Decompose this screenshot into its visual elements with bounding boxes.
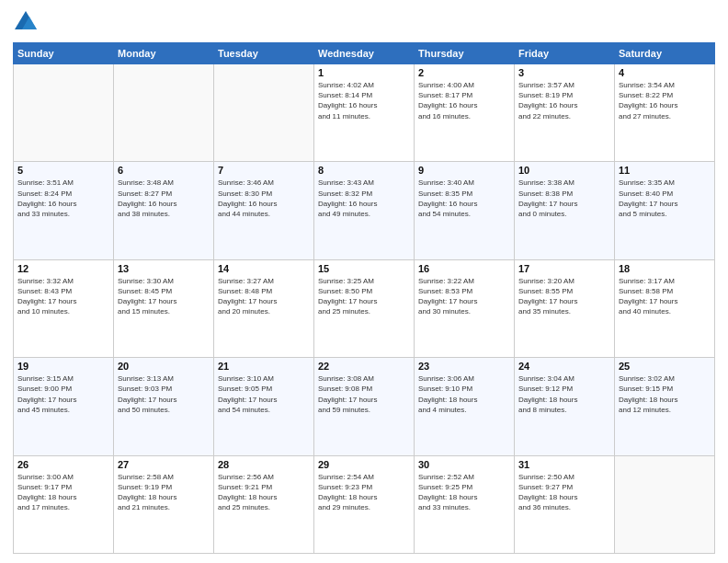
day-number: 28 xyxy=(218,459,310,470)
calendar-cell: 2Sunrise: 4:00 AM Sunset: 8:17 PM Daylig… xyxy=(415,64,515,162)
calendar-cell: 17Sunrise: 3:20 AM Sunset: 8:55 PM Dayli… xyxy=(515,259,615,357)
day-number: 1 xyxy=(318,67,410,78)
day-number: 18 xyxy=(619,263,711,274)
calendar-cell: 7Sunrise: 3:46 AM Sunset: 8:30 PM Daylig… xyxy=(214,162,314,259)
day-info: Sunrise: 3:02 AM Sunset: 9:15 PM Dayligh… xyxy=(619,373,711,415)
weekday-header-row: SundayMondayTuesdayWednesdayThursdayFrid… xyxy=(14,43,715,64)
weekday-friday: Friday xyxy=(515,43,615,64)
day-number: 25 xyxy=(619,361,711,372)
day-number: 13 xyxy=(118,263,210,274)
calendar-cell: 6Sunrise: 3:48 AM Sunset: 8:27 PM Daylig… xyxy=(114,162,214,259)
day-number: 4 xyxy=(619,67,711,78)
calendar-cell: 24Sunrise: 3:04 AM Sunset: 9:12 PM Dayli… xyxy=(515,358,615,455)
day-number: 19 xyxy=(17,361,109,372)
day-info: Sunrise: 4:02 AM Sunset: 8:14 PM Dayligh… xyxy=(318,80,410,121)
calendar-cell: 16Sunrise: 3:22 AM Sunset: 8:53 PM Dayli… xyxy=(415,259,515,357)
calendar-cell: 25Sunrise: 3:02 AM Sunset: 9:15 PM Dayli… xyxy=(615,358,715,455)
day-number: 21 xyxy=(218,361,310,372)
calendar-cell: 27Sunrise: 2:58 AM Sunset: 9:19 PM Dayli… xyxy=(114,455,214,553)
calendar-cell: 13Sunrise: 3:30 AM Sunset: 8:45 PM Dayli… xyxy=(114,259,214,357)
day-number: 27 xyxy=(118,459,210,470)
day-info: Sunrise: 2:52 AM Sunset: 9:25 PM Dayligh… xyxy=(418,472,510,513)
day-info: Sunrise: 3:48 AM Sunset: 8:27 PM Dayligh… xyxy=(118,178,210,219)
calendar-week-1: 1Sunrise: 4:02 AM Sunset: 8:14 PM Daylig… xyxy=(14,64,715,162)
calendar-cell: 30Sunrise: 2:52 AM Sunset: 9:25 PM Dayli… xyxy=(415,455,515,553)
calendar-cell xyxy=(114,64,214,162)
calendar-cell: 3Sunrise: 3:57 AM Sunset: 8:19 PM Daylig… xyxy=(515,64,615,162)
calendar-body: 1Sunrise: 4:02 AM Sunset: 8:14 PM Daylig… xyxy=(14,64,715,554)
calendar-cell xyxy=(615,455,715,553)
calendar: SundayMondayTuesdayWednesdayThursdayFrid… xyxy=(13,42,715,554)
calendar-cell: 10Sunrise: 3:38 AM Sunset: 8:38 PM Dayli… xyxy=(515,162,615,259)
day-info: Sunrise: 3:25 AM Sunset: 8:50 PM Dayligh… xyxy=(318,276,410,317)
day-info: Sunrise: 3:20 AM Sunset: 8:55 PM Dayligh… xyxy=(518,276,610,317)
day-info: Sunrise: 3:57 AM Sunset: 8:19 PM Dayligh… xyxy=(518,80,610,121)
day-number: 10 xyxy=(518,165,610,176)
day-number: 22 xyxy=(318,361,410,372)
day-info: Sunrise: 2:54 AM Sunset: 9:23 PM Dayligh… xyxy=(318,472,410,513)
day-info: Sunrise: 3:32 AM Sunset: 8:43 PM Dayligh… xyxy=(17,276,109,317)
day-number: 15 xyxy=(318,263,410,274)
calendar-cell: 11Sunrise: 3:35 AM Sunset: 8:40 PM Dayli… xyxy=(615,162,715,259)
calendar-week-5: 26Sunrise: 3:00 AM Sunset: 9:17 PM Dayli… xyxy=(14,455,715,553)
day-number: 31 xyxy=(518,459,610,470)
day-number: 7 xyxy=(218,165,310,176)
logo-icon xyxy=(13,9,39,35)
calendar-cell: 5Sunrise: 3:51 AM Sunset: 8:24 PM Daylig… xyxy=(14,162,114,259)
weekday-saturday: Saturday xyxy=(615,43,715,64)
day-info: Sunrise: 3:15 AM Sunset: 9:00 PM Dayligh… xyxy=(17,373,109,415)
day-number: 16 xyxy=(418,263,510,274)
calendar-cell xyxy=(214,64,314,162)
calendar-cell: 22Sunrise: 3:08 AM Sunset: 9:08 PM Dayli… xyxy=(314,358,415,455)
day-number: 3 xyxy=(518,67,610,78)
calendar-cell xyxy=(14,64,114,162)
day-number: 2 xyxy=(418,67,510,78)
day-info: Sunrise: 3:17 AM Sunset: 8:58 PM Dayligh… xyxy=(619,276,711,317)
day-info: Sunrise: 3:04 AM Sunset: 9:12 PM Dayligh… xyxy=(518,373,610,415)
day-number: 5 xyxy=(17,165,109,176)
day-number: 6 xyxy=(118,165,210,176)
day-number: 24 xyxy=(518,361,610,372)
calendar-cell: 20Sunrise: 3:13 AM Sunset: 9:03 PM Dayli… xyxy=(114,358,214,455)
day-info: Sunrise: 3:43 AM Sunset: 8:32 PM Dayligh… xyxy=(318,178,410,219)
weekday-wednesday: Wednesday xyxy=(314,43,415,64)
day-info: Sunrise: 3:40 AM Sunset: 8:35 PM Dayligh… xyxy=(418,178,510,219)
day-info: Sunrise: 3:38 AM Sunset: 8:38 PM Dayligh… xyxy=(518,178,610,219)
day-info: Sunrise: 3:06 AM Sunset: 9:10 PM Dayligh… xyxy=(418,373,510,415)
day-info: Sunrise: 3:51 AM Sunset: 8:24 PM Dayligh… xyxy=(17,178,109,219)
calendar-cell: 29Sunrise: 2:54 AM Sunset: 9:23 PM Dayli… xyxy=(314,455,415,553)
day-info: Sunrise: 3:13 AM Sunset: 9:03 PM Dayligh… xyxy=(118,373,210,415)
calendar-cell: 28Sunrise: 2:56 AM Sunset: 9:21 PM Dayli… xyxy=(214,455,314,553)
calendar-cell: 1Sunrise: 4:02 AM Sunset: 8:14 PM Daylig… xyxy=(314,64,415,162)
day-info: Sunrise: 3:27 AM Sunset: 8:48 PM Dayligh… xyxy=(218,276,310,317)
weekday-monday: Monday xyxy=(114,43,214,64)
day-info: Sunrise: 2:58 AM Sunset: 9:19 PM Dayligh… xyxy=(118,472,210,513)
day-info: Sunrise: 3:08 AM Sunset: 9:08 PM Dayligh… xyxy=(318,373,410,415)
day-info: Sunrise: 3:30 AM Sunset: 8:45 PM Dayligh… xyxy=(118,276,210,317)
calendar-cell: 8Sunrise: 3:43 AM Sunset: 8:32 PM Daylig… xyxy=(314,162,415,259)
day-number: 11 xyxy=(619,165,711,176)
calendar-cell: 4Sunrise: 3:54 AM Sunset: 8:22 PM Daylig… xyxy=(615,64,715,162)
day-info: Sunrise: 3:46 AM Sunset: 8:30 PM Dayligh… xyxy=(218,178,310,219)
calendar-cell: 19Sunrise: 3:15 AM Sunset: 9:00 PM Dayli… xyxy=(14,358,114,455)
calendar-cell: 23Sunrise: 3:06 AM Sunset: 9:10 PM Dayli… xyxy=(415,358,515,455)
page: SundayMondayTuesdayWednesdayThursdayFrid… xyxy=(0,0,728,563)
day-info: Sunrise: 4:00 AM Sunset: 8:17 PM Dayligh… xyxy=(418,80,510,121)
calendar-cell: 21Sunrise: 3:10 AM Sunset: 9:05 PM Dayli… xyxy=(214,358,314,455)
day-number: 12 xyxy=(17,263,109,274)
calendar-cell: 31Sunrise: 2:50 AM Sunset: 9:27 PM Dayli… xyxy=(515,455,615,553)
day-info: Sunrise: 2:50 AM Sunset: 9:27 PM Dayligh… xyxy=(518,472,610,513)
calendar-cell: 9Sunrise: 3:40 AM Sunset: 8:35 PM Daylig… xyxy=(415,162,515,259)
day-info: Sunrise: 3:54 AM Sunset: 8:22 PM Dayligh… xyxy=(619,80,711,121)
calendar-cell: 15Sunrise: 3:25 AM Sunset: 8:50 PM Dayli… xyxy=(314,259,415,357)
calendar-week-4: 19Sunrise: 3:15 AM Sunset: 9:00 PM Dayli… xyxy=(14,358,715,455)
day-number: 23 xyxy=(418,361,510,372)
calendar-week-3: 12Sunrise: 3:32 AM Sunset: 8:43 PM Dayli… xyxy=(14,259,715,357)
calendar-cell: 14Sunrise: 3:27 AM Sunset: 8:48 PM Dayli… xyxy=(214,259,314,357)
calendar-cell: 26Sunrise: 3:00 AM Sunset: 9:17 PM Dayli… xyxy=(14,455,114,553)
header xyxy=(13,9,715,35)
day-number: 29 xyxy=(318,459,410,470)
day-number: 14 xyxy=(218,263,310,274)
day-number: 17 xyxy=(518,263,610,274)
calendar-cell: 18Sunrise: 3:17 AM Sunset: 8:58 PM Dayli… xyxy=(615,259,715,357)
